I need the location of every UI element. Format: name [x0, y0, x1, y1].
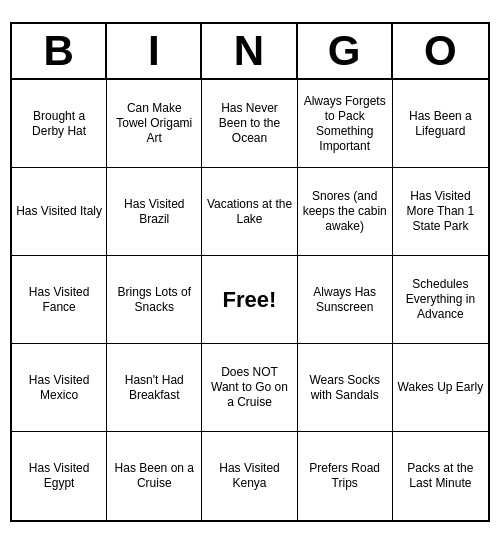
bingo-cell-2[interactable]: Has Never Been to the Ocean: [202, 80, 297, 168]
bingo-cell-17[interactable]: Does NOT Want to Go on a Cruise: [202, 344, 297, 432]
bingo-cell-20[interactable]: Has Visited Egypt: [12, 432, 107, 520]
bingo-cell-19[interactable]: Wakes Up Early: [393, 344, 488, 432]
header-letter-b: B: [12, 24, 107, 78]
bingo-cell-1[interactable]: Can Make Towel Origami Art: [107, 80, 202, 168]
header-letter-i: I: [107, 24, 202, 78]
bingo-cell-13[interactable]: Always Has Sunscreen: [298, 256, 393, 344]
bingo-cell-15[interactable]: Has Visited Mexico: [12, 344, 107, 432]
bingo-cell-9[interactable]: Has Visited More Than 1 State Park: [393, 168, 488, 256]
bingo-cell-8[interactable]: Snores (and keeps the cabin awake): [298, 168, 393, 256]
bingo-cell-3[interactable]: Always Forgets to Pack Something Importa…: [298, 80, 393, 168]
bingo-cell-5[interactable]: Has Visited Italy: [12, 168, 107, 256]
bingo-cell-4[interactable]: Has Been a Lifeguard: [393, 80, 488, 168]
bingo-cell-23[interactable]: Prefers Road Trips: [298, 432, 393, 520]
bingo-cell-18[interactable]: Wears Socks with Sandals: [298, 344, 393, 432]
bingo-cell-22[interactable]: Has Visited Kenya: [202, 432, 297, 520]
bingo-cell-21[interactable]: Has Been on a Cruise: [107, 432, 202, 520]
header-letter-n: N: [202, 24, 297, 78]
bingo-card: BINGO Brought a Derby HatCan Make Towel …: [10, 22, 490, 522]
bingo-cell-12[interactable]: Free!: [202, 256, 297, 344]
bingo-cell-16[interactable]: Hasn't Had Breakfast: [107, 344, 202, 432]
bingo-header: BINGO: [12, 24, 488, 80]
bingo-cell-24[interactable]: Packs at the Last Minute: [393, 432, 488, 520]
header-letter-o: O: [393, 24, 488, 78]
bingo-cell-0[interactable]: Brought a Derby Hat: [12, 80, 107, 168]
bingo-cell-10[interactable]: Has Visited Fance: [12, 256, 107, 344]
bingo-grid: Brought a Derby HatCan Make Towel Origam…: [12, 80, 488, 520]
bingo-cell-11[interactable]: Brings Lots of Snacks: [107, 256, 202, 344]
bingo-cell-14[interactable]: Schedules Everything in Advance: [393, 256, 488, 344]
header-letter-g: G: [298, 24, 393, 78]
bingo-cell-7[interactable]: Vacations at the Lake: [202, 168, 297, 256]
bingo-cell-6[interactable]: Has Visited Brazil: [107, 168, 202, 256]
